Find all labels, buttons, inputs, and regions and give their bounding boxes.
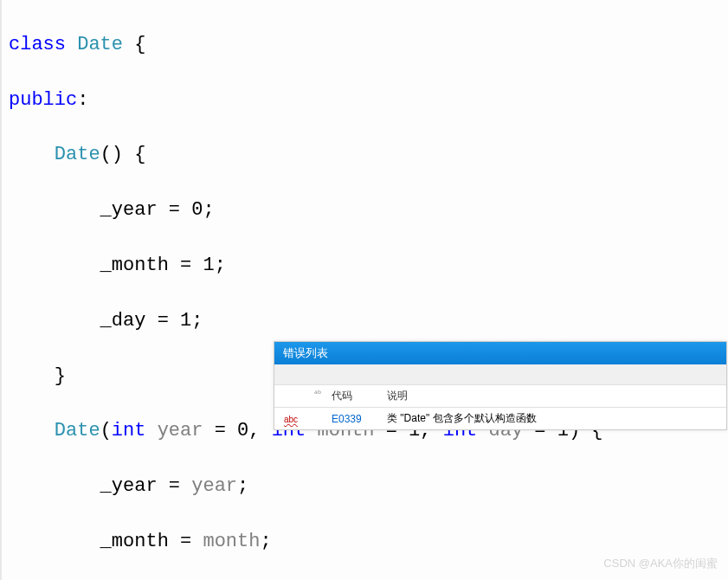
error-row[interactable]: abc E0339 类 "Date" 包含多个默认构造函数 — [274, 408, 726, 429]
header-code[interactable]: 代码 — [328, 389, 380, 403]
header-suppress[interactable]: ᵃᵇ — [307, 389, 328, 403]
code-line: class Date { — [9, 31, 721, 59]
code-line: Date() { — [9, 141, 721, 169]
code-line: _month = month; — [9, 528, 721, 556]
panel-toolbar[interactable] — [274, 364, 726, 385]
panel-title: 错误列表 — [274, 342, 726, 364]
code-editor[interactable]: class Date { public: Date() { _year = 0;… — [0, 0, 728, 580]
error-icon: abc — [274, 413, 307, 425]
code-line: _year = year; — [9, 473, 721, 500]
error-description: 类 "Date" 包含多个默认构造函数 — [380, 411, 726, 426]
code-line: _year = 0; — [9, 197, 721, 224]
error-list-panel: 错误列表 ᵃᵇ 代码 说明 abc E0339 类 "Date" 包含多个默认构… — [274, 341, 727, 430]
watermark: CSDN @AKA你的闺蜜 — [603, 556, 718, 571]
error-code: E0339 — [328, 413, 380, 425]
code-line: public: — [9, 87, 721, 114]
header-description[interactable]: 说明 — [380, 389, 726, 403]
error-table-header: ᵃᵇ 代码 说明 — [274, 385, 726, 408]
code-line: _month = 1; — [9, 252, 721, 280]
code-line: _day = 1; — [9, 307, 721, 335]
